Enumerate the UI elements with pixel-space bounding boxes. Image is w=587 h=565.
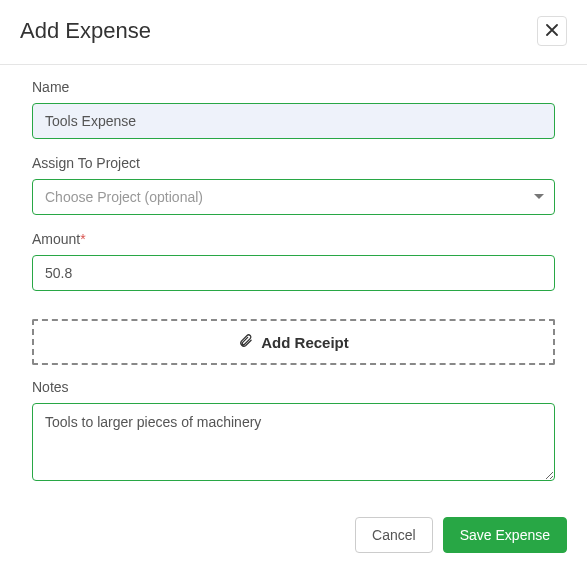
- project-select[interactable]: Choose Project (optional): [32, 179, 555, 215]
- add-receipt-button[interactable]: Add Receipt: [32, 319, 555, 365]
- modal-title: Add Expense: [20, 18, 151, 44]
- amount-input[interactable]: [32, 255, 555, 291]
- cancel-button[interactable]: Cancel: [355, 517, 433, 553]
- save-button[interactable]: Save Expense: [443, 517, 567, 553]
- amount-label: Amount*: [32, 231, 555, 247]
- modal-body: Name Assign To Project Choose Project (o…: [0, 65, 587, 485]
- paperclip-icon: [238, 333, 253, 351]
- notes-group: Notes: [32, 379, 555, 485]
- close-button[interactable]: [537, 16, 567, 46]
- add-expense-modal: Add Expense Name Assign To Project Choos…: [0, 0, 587, 565]
- name-input[interactable]: [32, 103, 555, 139]
- add-receipt-label: Add Receipt: [261, 334, 349, 351]
- amount-group: Amount*: [32, 231, 555, 291]
- name-label: Name: [32, 79, 555, 95]
- close-icon: [546, 22, 558, 40]
- name-group: Name: [32, 79, 555, 139]
- required-star: *: [80, 231, 85, 247]
- project-group: Assign To Project Choose Project (option…: [32, 155, 555, 215]
- project-label: Assign To Project: [32, 155, 555, 171]
- notes-label: Notes: [32, 379, 555, 395]
- amount-label-text: Amount: [32, 231, 80, 247]
- modal-footer: Cancel Save Expense: [0, 501, 587, 565]
- notes-textarea[interactable]: [32, 403, 555, 481]
- modal-header: Add Expense: [0, 0, 587, 65]
